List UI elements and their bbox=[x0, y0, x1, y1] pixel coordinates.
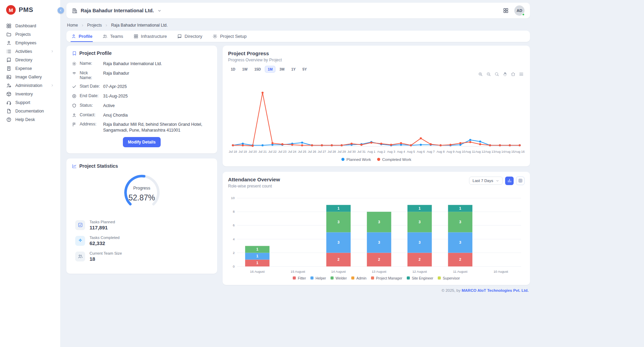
range-3m[interactable]: 3M bbox=[277, 66, 287, 73]
check-icon bbox=[72, 84, 77, 89]
days-filter-select[interactable]: Last 7 Days bbox=[469, 177, 503, 185]
app-logo[interactable]: M PMS bbox=[0, 0, 60, 19]
legend-item[interactable]: Helper bbox=[310, 276, 326, 280]
stat-label: Tasks Planned bbox=[90, 220, 115, 224]
tab-directory[interactable]: Directory bbox=[177, 31, 202, 42]
legend-item[interactable]: Fitter bbox=[293, 276, 306, 280]
chart-toolbar bbox=[478, 72, 524, 77]
apps-grid-icon[interactable] bbox=[503, 7, 509, 14]
app-name: PMS bbox=[19, 6, 33, 14]
tab-teams[interactable]: Teams bbox=[102, 31, 123, 42]
svg-text:4: 4 bbox=[233, 237, 235, 241]
sidebar-item-support[interactable]: Support bbox=[0, 98, 60, 107]
range-5y[interactable]: 5Y bbox=[300, 66, 309, 73]
legend-label: Site Engineer bbox=[412, 276, 433, 280]
people-icon bbox=[102, 34, 108, 39]
zoom-out-icon[interactable] bbox=[486, 72, 491, 77]
svg-text:15 August: 15 August bbox=[291, 270, 305, 273]
legend-item[interactable]: Welder bbox=[331, 276, 347, 280]
sidebar-item-image-gallery[interactable]: Image Gallery bbox=[0, 73, 60, 81]
sidebar-item-help-desk[interactable]: Help Desk bbox=[0, 115, 60, 124]
tab-infrastructure[interactable]: Infrastructure bbox=[133, 31, 167, 42]
svg-text:Aug 6: Aug 6 bbox=[417, 150, 425, 153]
gauge-arc bbox=[116, 173, 167, 211]
zoom-in-icon[interactable] bbox=[478, 72, 483, 77]
field-label: Start Date: bbox=[80, 84, 100, 89]
sidebar-item-inventory[interactable]: Inventory bbox=[0, 90, 60, 98]
svg-text:13 August: 13 August bbox=[372, 270, 386, 273]
svg-text:Aug 14: Aug 14 bbox=[495, 150, 505, 153]
svg-text:Jul 26: Jul 26 bbox=[308, 150, 316, 153]
project-profile-card: Project Profile Name: Raja Bahadur Inter… bbox=[66, 46, 217, 153]
stat-value: 117,891 bbox=[90, 225, 115, 230]
sidebar-item-directory[interactable]: Directory bbox=[0, 56, 60, 64]
svg-text:2: 2 bbox=[419, 257, 421, 261]
modify-details-button[interactable]: Modify Details bbox=[123, 137, 161, 147]
svg-text:2: 2 bbox=[337, 257, 339, 261]
tab-project-setup[interactable]: Project Setup bbox=[212, 31, 246, 42]
sidebar-item-activities[interactable]: Activities bbox=[0, 47, 60, 56]
sidebar-collapse-button[interactable] bbox=[58, 7, 64, 14]
profile-card-title: Project Profile bbox=[79, 50, 112, 56]
tab-profile[interactable]: Profile bbox=[71, 31, 92, 42]
chevron-right-icon bbox=[104, 24, 108, 27]
gauge-label: Progress bbox=[116, 186, 167, 191]
statistics-card-title: Project Statistics bbox=[79, 163, 118, 169]
range-1y[interactable]: 1Y bbox=[289, 66, 299, 73]
svg-text:Jul 24: Jul 24 bbox=[288, 150, 296, 153]
table-view-button[interactable] bbox=[516, 177, 525, 185]
field-value: 07-Apr-2025 bbox=[103, 84, 127, 90]
shield-icon bbox=[72, 103, 77, 108]
range-15d[interactable]: 15D bbox=[252, 66, 263, 73]
company-link[interactable]: MARCO AIoT Technologies Pvt. Ltd. bbox=[462, 288, 529, 292]
breadcrumb-home[interactable]: Home bbox=[67, 23, 78, 28]
legend-item[interactable]: Planned Work bbox=[341, 157, 371, 162]
legend-item[interactable]: Site Engineer bbox=[407, 276, 433, 280]
svg-text:3: 3 bbox=[337, 240, 339, 244]
sidebar-item-documentation[interactable]: Documentation bbox=[0, 107, 60, 115]
range-1m[interactable]: 1M bbox=[265, 66, 275, 73]
line-chart-legend: Planned WorkCompleted Work bbox=[228, 157, 525, 162]
svg-text:6: 6 bbox=[233, 223, 235, 227]
user-avatar[interactable]: AD bbox=[514, 5, 525, 16]
sidebar-item-label: Inventory bbox=[15, 92, 33, 96]
sidebar-item-label: Employees bbox=[15, 41, 36, 45]
attendance-chart[interactable]: 024681011116 August15 August233114 Augus… bbox=[228, 194, 525, 275]
svg-text:Jul 27: Jul 27 bbox=[318, 150, 326, 153]
chart-menu-icon[interactable] bbox=[519, 72, 524, 77]
svg-text:10: 10 bbox=[231, 196, 235, 200]
bar-view-button[interactable] bbox=[505, 177, 514, 185]
legend-item[interactable]: Project Manager bbox=[371, 276, 402, 280]
progress-card-subtitle: Progress Overview by Project bbox=[228, 58, 525, 62]
sidebar-item-label: Activities bbox=[15, 49, 32, 54]
svg-text:16 August: 16 August bbox=[250, 270, 265, 273]
range-1w[interactable]: 1W bbox=[239, 66, 250, 73]
legend-item[interactable]: Supervisor bbox=[438, 276, 460, 280]
range-1d[interactable]: 1D bbox=[228, 66, 238, 73]
svg-text:3: 3 bbox=[337, 220, 339, 224]
sidebar-item-employees[interactable]: Employees bbox=[0, 39, 60, 47]
legend-item[interactable]: Admin bbox=[351, 276, 367, 280]
pan-icon[interactable] bbox=[502, 72, 508, 77]
legend-item[interactable]: Completed Work bbox=[377, 157, 411, 162]
selection-zoom-icon[interactable] bbox=[494, 72, 499, 77]
bar-chart-icon bbox=[507, 178, 512, 183]
svg-text:Aug 9: Aug 9 bbox=[447, 150, 455, 153]
sidebar-item-projects[interactable]: Projects bbox=[0, 30, 60, 39]
reset-zoom-icon[interactable] bbox=[511, 72, 516, 77]
days-filter-value: Last 7 Days bbox=[472, 179, 493, 183]
headset-icon bbox=[6, 100, 12, 105]
sidebar-item-dashboard[interactable]: Dashboard bbox=[0, 21, 60, 30]
project-progress-chart[interactable]: Jul 18Jul 19Jul 20Jul 21Jul 22Jul 23Jul … bbox=[228, 80, 525, 157]
breadcrumb-projects[interactable]: Projects bbox=[87, 23, 102, 28]
project-selector[interactable]: Raja Bahadur International Ltd. bbox=[72, 8, 162, 14]
legend-label: Welder bbox=[336, 276, 347, 280]
attendance-overview-card: Attendance Overview Role-wise present co… bbox=[223, 172, 530, 285]
svg-text:3: 3 bbox=[459, 220, 461, 224]
online-status-dot bbox=[522, 13, 525, 16]
field-label: Status: bbox=[80, 103, 100, 108]
sidebar-item-label: Help Desk bbox=[15, 117, 35, 122]
sidebar-item-expense[interactable]: Expense bbox=[0, 64, 60, 73]
book-icon bbox=[6, 57, 12, 63]
sidebar-item-administration[interactable]: Administration bbox=[0, 81, 60, 90]
